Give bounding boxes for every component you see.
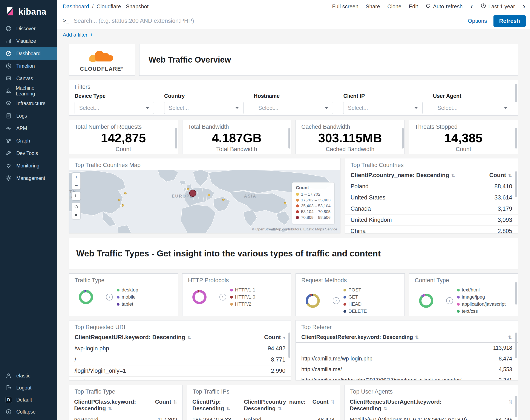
share-button[interactable]: Share (366, 3, 380, 10)
zoom-out-button[interactable]: − (72, 181, 80, 189)
logout-icon (5, 385, 12, 391)
sidebar-item-infrastructure[interactable]: Infrastructure (0, 97, 57, 110)
legend-item[interactable]: image/jpeg (457, 294, 506, 300)
column-header[interactable]: ClientIP.country_name: Descending⇅ (239, 396, 307, 414)
column-header[interactable]: ClientRequestUserAgent.keyword: Descendi… (344, 396, 481, 414)
sidebar-item-timelion[interactable]: Timelion (0, 60, 57, 72)
legend-item[interactable]: GET (343, 294, 367, 300)
sidebar-item-user-elastic[interactable]: elastic (0, 370, 57, 382)
panel-traffic-countries-map: Top Traffic Countries Map (69, 158, 340, 233)
panel-scrollbar[interactable] (515, 396, 517, 417)
sidebar-item-discover[interactable]: Discover (0, 22, 57, 35)
world-map[interactable]: EUROPE ASIA TH IC (69, 170, 340, 233)
search-input[interactable] (74, 15, 462, 27)
column-header[interactable]: Count⇅ (479, 170, 518, 181)
sidebar-item-dev-tools[interactable]: Dev Tools (0, 147, 57, 160)
kibana-logo[interactable]: kibana (0, 0, 57, 22)
edit-button[interactable]: Edit (409, 3, 418, 10)
column-header[interactable]: ClientIPClass.keyword: Descending⇅ (69, 396, 150, 414)
table-row: Poland 88,410 (345, 181, 518, 192)
fit-bounds-icon[interactable] (72, 192, 80, 200)
map-attribution[interactable]: © OpenStreetMap contributors, Elastic Ma… (252, 227, 337, 231)
time-range-button[interactable]: Last 1 year (481, 3, 515, 10)
legend-item[interactable]: POST (343, 287, 367, 293)
panel-scrollbar[interactable] (515, 84, 517, 102)
column-header[interactable]: ClientRequestURI.keyword: Descending⇅ (69, 332, 244, 343)
chevron-down-icon (235, 107, 239, 109)
sidebar-item-logs[interactable]: Logs (0, 110, 57, 122)
column-header[interactable]: ⇅ (481, 396, 518, 407)
sidebar-item-collapse[interactable]: Collapse (0, 406, 57, 418)
metric-panel: Cached Bandwidth 303.115MB Cached Bandwi… (295, 120, 405, 154)
legend-item[interactable]: tablet (117, 301, 138, 307)
panel-scrollbar[interactable] (515, 171, 517, 197)
panel-scrollbar[interactable] (288, 332, 290, 358)
sidebar-item-visualize[interactable]: Visualize (0, 35, 57, 47)
panel-scrollbar[interactable] (515, 332, 517, 358)
discover-icon (5, 26, 12, 31)
panel-top-user-agents: Top User Agents ClientRequestUserAgent.k… (344, 385, 518, 420)
sidebar-item-monitoring[interactable]: Monitoring (0, 160, 57, 172)
sidebar-item-default-space[interactable]: D Default (0, 394, 57, 406)
sidebar-item-apm[interactable]: APM (0, 122, 57, 135)
column-header[interactable]: Count⇅ (307, 396, 340, 407)
auto-refresh-button[interactable]: Auto-refresh (425, 3, 463, 10)
panel-scrollbar[interactable] (402, 128, 404, 149)
legend-toggle-icon[interactable]: › (446, 297, 453, 304)
content-type-donut-chart[interactable] (419, 294, 433, 308)
panel-scrollbar[interactable] (288, 128, 290, 149)
legend-item[interactable]: HTTP/1.1 (230, 287, 255, 293)
legend-toggle-icon[interactable]: › (333, 297, 339, 304)
column-header[interactable]: ⇅ (481, 332, 518, 342)
add-filter-link[interactable]: Add a filter + (63, 31, 93, 38)
legend-item[interactable]: text/css (457, 308, 506, 314)
filter-select[interactable]: Select... (164, 102, 244, 114)
time-forward-icon[interactable]: › (522, 2, 526, 10)
rectangle-draw-icon[interactable] (72, 211, 80, 219)
legend-toggle-icon[interactable]: › (220, 294, 226, 300)
legend-item[interactable]: HTTP/2 (230, 301, 255, 307)
clone-button[interactable]: Clone (387, 3, 401, 10)
legend-color-dot (343, 289, 346, 291)
column-header[interactable]: ClientIP.country_name: Descending⇅ (345, 170, 479, 181)
legend-item[interactable]: text/html (457, 287, 506, 293)
sidebar-item-management[interactable]: Management (0, 172, 57, 184)
legend-item[interactable]: mobile (117, 294, 138, 300)
column-header[interactable]: Count▾ (244, 332, 291, 343)
panel-title: Traffic Type (69, 274, 178, 285)
legend-color-dot (117, 303, 119, 306)
sidebar-item-dashboard[interactable]: Dashboard (0, 47, 57, 60)
column-header[interactable]: Count⇅ (150, 396, 182, 407)
legend-item[interactable]: HTTP/1.0 (230, 294, 255, 300)
legend-toggle-icon[interactable]: › (106, 294, 113, 300)
filter-select[interactable]: Select... (74, 102, 154, 114)
filter-select[interactable]: Select... (254, 102, 333, 114)
sidebar-item-graph[interactable]: Graph (0, 135, 57, 147)
column-header[interactable]: ClientIP.ip: Descending⇅ (187, 396, 239, 414)
time-back-icon[interactable]: ‹ (470, 2, 473, 10)
panel-scrollbar[interactable] (515, 282, 517, 305)
zoom-in-button[interactable]: + (72, 173, 80, 181)
sidebar-item-logout[interactable]: Logout (0, 382, 57, 394)
panel-scrollbar[interactable] (515, 128, 517, 149)
legend-item[interactable]: DELETE (343, 308, 367, 314)
table-row: 185.234.218.33 Poland 48,474 (187, 414, 340, 420)
column-header[interactable]: ClientRequestReferer.keyword: Descending… (296, 332, 481, 342)
filter-select[interactable]: Select... (343, 102, 423, 114)
request-methods-donut-chart[interactable] (306, 294, 320, 308)
http-protocols-donut-chart[interactable] (192, 290, 206, 304)
sidebar-item-canvas[interactable]: Canvas (0, 72, 57, 85)
panel-scrollbar[interactable] (175, 128, 177, 149)
panel-title: HTTP Protocols (182, 274, 291, 285)
filter-select[interactable]: Select... (433, 102, 512, 114)
full-screen-button[interactable]: Full screen (332, 3, 358, 10)
options-link[interactable]: Options (468, 18, 487, 24)
polygon-draw-icon[interactable] (72, 203, 80, 211)
legend-item[interactable]: HEAD (343, 301, 367, 307)
sidebar-item-machine-learning[interactable]: Machine Learning (0, 85, 57, 97)
legend-item[interactable]: desktop (117, 287, 138, 293)
traffic-type-donut-chart[interactable] (79, 290, 93, 304)
refresh-button[interactable]: Refresh (493, 15, 526, 27)
legend-item[interactable]: application/javascript (457, 301, 506, 307)
breadcrumb-dashboard-link[interactable]: Dashboard (63, 3, 89, 10)
